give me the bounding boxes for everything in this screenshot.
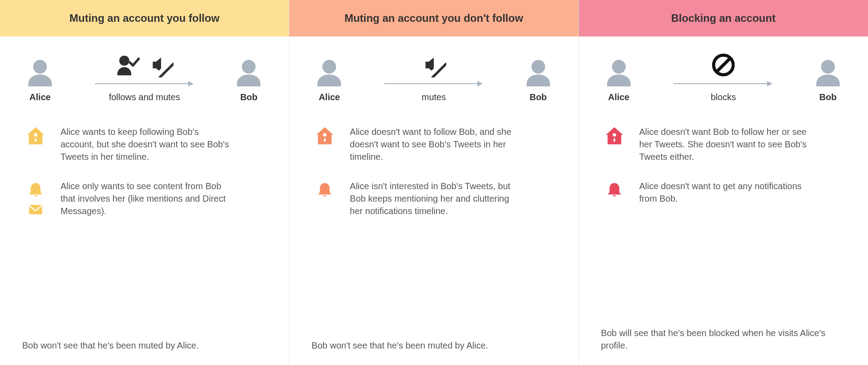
avatar-icon xyxy=(601,58,637,86)
bullet-item: Alice doesn't want to follow Bob, and sh… xyxy=(311,126,556,163)
column-mute-followed: Muting an account you follow Alice xyxy=(0,0,289,365)
bullet-list: Alice wants to keep following Bob's acco… xyxy=(22,126,266,217)
bullet-item: Alice wants to keep following Bob's acco… xyxy=(22,126,266,163)
person-name: Alice xyxy=(22,91,58,103)
bullet-text: Alice only wants to see content from Bob… xyxy=(61,180,230,217)
bullet-text: Alice doesn't want to follow Bob, and sh… xyxy=(350,126,519,163)
arrow-icon xyxy=(646,80,801,87)
person-bob: Bob xyxy=(231,58,266,103)
mute-icon xyxy=(421,53,446,77)
birdhouse-icon xyxy=(315,126,335,146)
footer-note: Bob will see that he's been blocked when… xyxy=(601,327,846,352)
mute-icon xyxy=(149,53,174,77)
avatar-icon xyxy=(521,58,556,86)
person-alice: Alice xyxy=(311,58,347,103)
person-alice: Alice xyxy=(601,58,637,103)
column-header: Muting an account you follow xyxy=(0,0,289,36)
person-name: Bob xyxy=(521,91,556,103)
bullet-item: Alice only wants to see content from Bob… xyxy=(22,180,266,217)
column-block: Blocking an account Alice xyxy=(579,0,868,365)
bullet-list: Alice doesn't want to follow Bob, and sh… xyxy=(311,126,556,217)
avatar-icon xyxy=(22,58,58,86)
bullet-item: Alice doesn't want to get any notificati… xyxy=(601,180,846,205)
relation-center: blocks xyxy=(646,53,801,103)
bullet-item: Alice isn't interested in Bob's Tweets, … xyxy=(311,180,556,217)
bullet-list: Alice doesn't want Bob to follow her or … xyxy=(601,126,846,205)
block-icon xyxy=(711,53,736,77)
avatar-icon xyxy=(231,58,266,86)
bullet-text: Alice doesn't want to get any notificati… xyxy=(639,180,808,205)
person-name: Alice xyxy=(311,91,347,103)
footer-note: Bob won't see that he's been muted by Al… xyxy=(311,339,556,352)
relation-row: Alice mutes xyxy=(311,53,556,103)
arrow-icon xyxy=(67,80,222,87)
relation-row: Alice blocks xyxy=(601,53,846,103)
relation-center: follows and mutes xyxy=(67,53,222,103)
bullet-text: Alice doesn't want Bob to follow her or … xyxy=(639,126,808,163)
comparison-diagram: Muting an account you follow Alice xyxy=(0,0,868,365)
action-label: follows and mutes xyxy=(109,91,180,103)
follow-icon xyxy=(116,54,141,76)
birdhouse-icon xyxy=(604,126,625,146)
action-label: mutes xyxy=(422,91,446,103)
relation-row: Alice follows and mutes xyxy=(22,53,266,103)
person-bob: Bob xyxy=(521,58,556,103)
bell-icon xyxy=(315,180,335,199)
column-body: Alice blocks xyxy=(579,36,868,365)
person-name: Bob xyxy=(231,91,266,103)
person-bob: Bob xyxy=(810,58,846,103)
person-alice: Alice xyxy=(22,58,58,103)
bullet-text: Alice isn't interested in Bob's Tweets, … xyxy=(350,180,519,217)
avatar-icon xyxy=(311,58,347,86)
column-body: Alice mutes xyxy=(289,36,578,365)
column-body: Alice follows and mutes xyxy=(0,36,289,365)
column-header: Muting an account you don't follow xyxy=(289,0,578,36)
arrow-icon xyxy=(356,80,511,87)
person-name: Alice xyxy=(601,91,637,103)
bullet-item: Alice doesn't want Bob to follow her or … xyxy=(601,126,846,163)
relation-center: mutes xyxy=(356,53,511,103)
column-mute-not-followed: Muting an account you don't follow Alice xyxy=(289,0,578,365)
column-header: Blocking an account xyxy=(579,0,868,36)
bullet-text: Alice wants to keep following Bob's acco… xyxy=(61,126,230,163)
person-name: Bob xyxy=(810,91,846,103)
action-label: blocks xyxy=(711,91,736,103)
envelope-icon xyxy=(26,201,45,217)
bell-icon xyxy=(26,180,45,199)
footer-note: Bob won't see that he's been muted by Al… xyxy=(22,339,266,352)
bell-icon xyxy=(605,180,624,199)
avatar-icon xyxy=(810,58,846,86)
birdhouse-icon xyxy=(25,126,46,146)
